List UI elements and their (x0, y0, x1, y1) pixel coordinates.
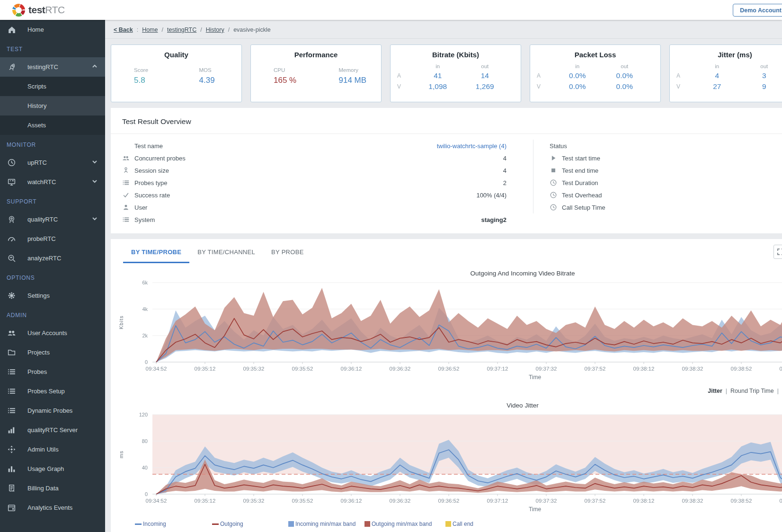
sidebar-item-history[interactable]: History (0, 96, 105, 115)
svg-text:09:37:12: 09:37:12 (487, 498, 508, 504)
sidebar-item-billing-data[interactable]: Billing Data (0, 479, 105, 498)
svg-text:09:34:52: 09:34:52 (146, 498, 167, 504)
legend-item-incoming[interactable]: Incoming (135, 521, 166, 527)
svg-text:09:35:32: 09:35:32 (243, 366, 265, 372)
sidebar-item-user-accounts[interactable]: User Accounts (0, 323, 105, 343)
sidebar-item-watchrtc[interactable]: watchRTC (0, 172, 105, 192)
chart-icon (7, 464, 16, 474)
metric-value: 5.8 (134, 76, 177, 85)
chart-link-round-trip-time[interactable]: Round Trip Time (730, 388, 774, 394)
breadcrumb-link-home[interactable]: Home (142, 27, 158, 33)
sidebar-item-scripts[interactable]: Scripts (0, 77, 105, 96)
chart-link-jitter[interactable]: Jitter (708, 388, 722, 394)
sidebar-item-probes-setup[interactable]: Probes Setup (0, 381, 105, 401)
status-row: Test Overhead (550, 189, 605, 201)
status-column: Status Test start time Test end time Tes… (533, 140, 605, 213)
rocket-icon (7, 62, 16, 72)
metric-value: 165 % (274, 76, 316, 85)
status-row: Test end time (550, 164, 605, 177)
svg-text:09:36:12: 09:36:12 (341, 498, 362, 504)
chevron-up-icon (92, 63, 98, 71)
metric-value: 0.0% (601, 82, 649, 91)
svg-text:09:39:12: 09:39:12 (780, 498, 782, 504)
jitter-chart: 0408012009:34:5209:35:1209:35:3209:35:52… (111, 409, 782, 517)
sidebar-item-qualityrtc-server[interactable]: qualityRTC Server (0, 420, 105, 440)
svg-text:09:39:12: 09:39:12 (780, 366, 782, 372)
svg-text:Time: Time (529, 506, 542, 513)
clock-icon (7, 158, 16, 168)
sidebar-section-test: TEST (0, 39, 105, 57)
chart-metric-links: Jitter|Round Trip Time| (111, 385, 782, 395)
metric-value: 3 (741, 71, 782, 80)
list-icon (122, 179, 130, 187)
svg-text:09:38:52: 09:38:52 (731, 498, 752, 504)
svg-text:09:36:32: 09:36:32 (390, 366, 411, 372)
status-title: Status (550, 140, 605, 152)
status-row: Test Duration (550, 177, 605, 189)
sidebar-item-analyzertc[interactable]: analyzeRTC (0, 248, 105, 268)
monitor-icon (7, 177, 16, 187)
fullscreen-icon[interactable] (773, 245, 782, 259)
tab-by-time-probe[interactable]: BY TIME/PROBE (123, 248, 189, 263)
chart-legend: Incoming Outgoing Incoming min/max band … (111, 517, 782, 531)
calendar-icon (7, 503, 16, 513)
svg-text:09:38:32: 09:38:32 (682, 366, 703, 372)
svg-text:4k: 4k (142, 306, 148, 312)
home-icon (7, 25, 16, 35)
breadcrumb-link-history[interactable]: History (206, 27, 224, 33)
svg-text:09:37:12: 09:37:12 (487, 366, 508, 372)
svg-text:09:37:32: 09:37:32 (536, 498, 557, 504)
sidebar-item-projects[interactable]: Projects (0, 343, 105, 362)
legend-item-call-end[interactable]: Call end (445, 521, 473, 527)
legend-item-incoming-min-max-band[interactable]: Incoming min/max band (288, 521, 355, 527)
sidebar-item-home[interactable]: Home (0, 20, 105, 39)
test-result-overview-panel: Test Result Overview Test name twilio-wa… (111, 108, 782, 233)
chevron-down-icon (92, 178, 98, 186)
app-logo: testRTC (12, 4, 65, 17)
card-bitrate-kbits-: Bitrate (Kbits)inoutA4114V1,0981,269 (390, 44, 521, 102)
people-icon (122, 154, 130, 162)
sidebar-item-analytics-events[interactable]: Analytics Events (0, 498, 105, 517)
card-quality: QualityScore 5.8MOS 4.39 (111, 44, 242, 102)
legend-swatch (212, 523, 219, 525)
stop-icon (550, 167, 558, 175)
overview-value[interactable]: twilio-watchrtc-sample (4) (437, 142, 507, 150)
back-link[interactable]: < Back (114, 27, 133, 33)
demo-account-button[interactable]: Demo Account (733, 4, 782, 17)
sidebar-item-assets[interactable]: Assets (0, 115, 105, 135)
clock-icon (550, 191, 558, 199)
sidebar-item-dynamic-probes[interactable]: Dynamic Probes (0, 401, 105, 420)
tab-by-time-channel[interactable]: BY TIME/CHANNEL (189, 248, 263, 263)
check-icon (122, 191, 130, 199)
sidebar-item-uprtc[interactable]: upRTC (0, 153, 105, 172)
sidebar-item-probertc[interactable]: probeRTC (0, 229, 105, 248)
sidebar-item-usage-graph[interactable]: Usage Graph (0, 459, 105, 479)
metric-value: 0.0% (554, 71, 601, 80)
sidebar-item-qualityrtc[interactable]: qualityRTC (0, 210, 105, 229)
session-icon (122, 167, 130, 175)
overview-row: System staging2 (122, 213, 507, 226)
overview-row: Session size 4 (122, 164, 507, 177)
gear-icon (7, 291, 16, 301)
legend-item-outgoing[interactable]: Outgoing (212, 521, 243, 527)
overview-row: Success rate 100% (4/4) (122, 189, 507, 201)
sidebar-item-admin-utils[interactable]: Admin Utils (0, 440, 105, 459)
bitrate-chart: 02k4k6k09:34:5209:35:1209:35:3209:35:520… (111, 277, 782, 385)
legend-item-outgoing-min-max-band[interactable]: Outgoing min/max band (364, 521, 432, 527)
overview-row: Probes type 2 (122, 177, 507, 189)
sidebar-item-testingrtc[interactable]: testingRTC (0, 57, 105, 77)
legend-swatch (135, 523, 142, 525)
metric-value: 27 (693, 82, 741, 91)
svg-text:09:38:12: 09:38:12 (633, 498, 655, 504)
tab-by-probe[interactable]: BY PROBE (263, 248, 312, 263)
svg-text:09:36:32: 09:36:32 (390, 498, 411, 504)
sidebar-item-settings[interactable]: Settings (0, 286, 105, 305)
sidebar-item-probes[interactable]: Probes (0, 362, 105, 381)
metric-value: 4 (693, 71, 741, 80)
svg-text:09:37:32: 09:37:32 (536, 366, 557, 372)
svg-text:09:35:32: 09:35:32 (243, 498, 265, 504)
breadcrumb-link-testingrtc[interactable]: testingRTC (167, 27, 196, 33)
tabs-bar: BY TIME/PROBEBY TIME/CHANNELBY PROBE (111, 239, 782, 263)
svg-text:09:34:52: 09:34:52 (146, 366, 167, 372)
svg-text:09:38:52: 09:38:52 (731, 366, 752, 372)
